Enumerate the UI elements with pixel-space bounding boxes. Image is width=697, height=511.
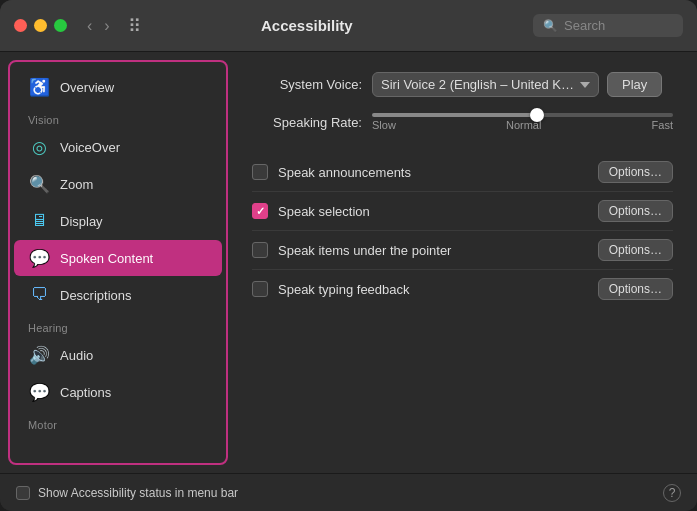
sidebar-item-label: Spoken Content	[60, 251, 153, 266]
audio-icon: 🔊	[28, 344, 50, 366]
checkbox-speak-pointer[interactable]	[252, 242, 268, 258]
options-button-speak-pointer[interactable]: Options…	[598, 239, 673, 261]
spoken-content-icon: 💬	[28, 247, 50, 269]
bottom-left: Show Accessibility status in menu bar	[16, 486, 238, 500]
checkbox-list: Speak announcementsOptions…✓Speak select…	[252, 153, 673, 308]
help-button[interactable]: ?	[663, 484, 681, 502]
checkbox-label-speak-pointer: Speak items under the pointer	[278, 243, 588, 258]
window: ‹ › ⠿ Accessibility 🔍 ♿ Overview Vision …	[0, 0, 697, 511]
sidebar-item-overview[interactable]: ♿ Overview	[14, 69, 222, 105]
section-label-motor: Motor	[10, 411, 226, 433]
sidebar-item-label: Audio	[60, 348, 93, 363]
checkbox-label-speak-typing: Speak typing feedback	[278, 282, 588, 297]
slider-wrapper: Slow Normal Fast	[372, 113, 673, 131]
speaking-rate-row: Speaking Rate: Slow Normal Fast	[252, 113, 673, 131]
checkbox-speak-typing[interactable]	[252, 281, 268, 297]
sidebar-item-label: VoiceOver	[60, 140, 120, 155]
sidebar-item-audio[interactable]: 🔊 Audio	[14, 337, 222, 373]
titlebar: ‹ › ⠿ Accessibility 🔍	[0, 0, 697, 52]
checkbox-row-speak-typing: Speak typing feedbackOptions…	[252, 270, 673, 308]
main-area: ♿ Overview Vision ◎ VoiceOver 🔍 Zoom 🖥 D…	[0, 52, 697, 473]
options-button-speak-selection[interactable]: Options…	[598, 200, 673, 222]
overview-icon: ♿	[28, 76, 50, 98]
sidebar: ♿ Overview Vision ◎ VoiceOver 🔍 Zoom 🖥 D…	[8, 60, 228, 465]
sidebar-item-spoken-content[interactable]: 💬 Spoken Content	[14, 240, 222, 276]
system-voice-row: System Voice: Siri Voice 2 (English – Un…	[252, 72, 673, 97]
display-icon: 🖥	[28, 210, 50, 232]
search-icon: 🔍	[543, 19, 558, 33]
voiceover-icon: ◎	[28, 136, 50, 158]
search-box: 🔍	[533, 14, 683, 37]
bottom-bar: Show Accessibility status in menu bar ?	[0, 473, 697, 511]
descriptions-icon: 🗨	[28, 284, 50, 306]
sidebar-item-label: Overview	[60, 80, 114, 95]
sidebar-item-descriptions[interactable]: 🗨 Descriptions	[14, 277, 222, 313]
play-button[interactable]: Play	[607, 72, 662, 97]
sidebar-item-display[interactable]: 🖥 Display	[14, 203, 222, 239]
close-button[interactable]	[14, 19, 27, 32]
options-button-speak-announcements[interactable]: Options…	[598, 161, 673, 183]
rate-fast-label: Fast	[652, 119, 673, 131]
rate-labels: Slow Normal Fast	[372, 119, 673, 131]
checkbox-label-speak-selection: Speak selection	[278, 204, 588, 219]
checkbox-row-speak-announcements: Speak announcementsOptions…	[252, 153, 673, 192]
sidebar-item-label: Descriptions	[60, 288, 132, 303]
speaking-rate-slider[interactable]	[372, 113, 673, 117]
maximize-button[interactable]	[54, 19, 67, 32]
minimize-button[interactable]	[34, 19, 47, 32]
sidebar-item-captions[interactable]: 💬 Captions	[14, 374, 222, 410]
traffic-lights	[14, 19, 67, 32]
rate-slow-label: Slow	[372, 119, 396, 131]
options-button-speak-typing[interactable]: Options…	[598, 278, 673, 300]
menu-bar-checkbox[interactable]	[16, 486, 30, 500]
sidebar-item-label: Captions	[60, 385, 111, 400]
checkbox-speak-announcements[interactable]	[252, 164, 268, 180]
content-panel: System Voice: Siri Voice 2 (English – Un…	[228, 52, 697, 473]
section-label-hearing: Hearing	[10, 314, 226, 336]
checkbox-row-speak-selection: ✓Speak selectionOptions…	[252, 192, 673, 231]
zoom-icon: 🔍	[28, 173, 50, 195]
rate-normal-label: Normal	[506, 119, 541, 131]
sidebar-item-voiceover[interactable]: ◎ VoiceOver	[14, 129, 222, 165]
section-label-vision: Vision	[10, 106, 226, 128]
checkbox-row-speak-pointer: Speak items under the pointerOptions…	[252, 231, 673, 270]
system-voice-label: System Voice:	[252, 77, 362, 92]
voice-select-wrapper: Siri Voice 2 (English – United K… Play	[372, 72, 662, 97]
sidebar-item-zoom[interactable]: 🔍 Zoom	[14, 166, 222, 202]
sidebar-item-label: Display	[60, 214, 103, 229]
voice-select[interactable]: Siri Voice 2 (English – United K…	[372, 72, 599, 97]
speaking-rate-label: Speaking Rate:	[252, 115, 362, 130]
menu-bar-label: Show Accessibility status in menu bar	[38, 486, 238, 500]
sidebar-item-label: Zoom	[60, 177, 93, 192]
checkbox-label-speak-announcements: Speak announcements	[278, 165, 588, 180]
window-title: Accessibility	[91, 17, 523, 34]
search-input[interactable]	[564, 18, 673, 33]
captions-icon: 💬	[28, 381, 50, 403]
checkbox-speak-selection[interactable]: ✓	[252, 203, 268, 219]
